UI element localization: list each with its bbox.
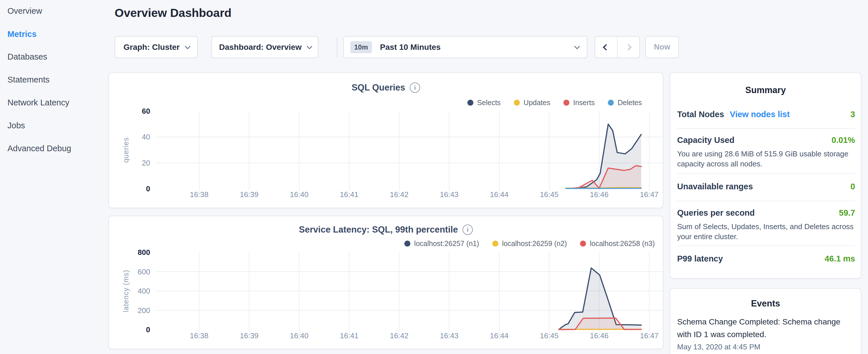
chart-title-row: SQL Queries i bbox=[108, 83, 663, 93]
now-button[interactable]: Now bbox=[645, 36, 679, 58]
event-timestamp: May 13, 2020 at 4:45 PM bbox=[677, 343, 761, 351]
summary-value: 0 bbox=[850, 182, 855, 191]
summary-panel: Summary Total Nodes View nodes list 3 Ca… bbox=[670, 72, 861, 279]
summary-row-unavailable-ranges: Unavailable ranges 0 bbox=[677, 182, 855, 191]
divider bbox=[677, 128, 855, 129]
svg-text:20: 20 bbox=[142, 159, 150, 167]
view-nodes-list-link[interactable]: View nodes list bbox=[730, 110, 790, 119]
info-icon[interactable]: i bbox=[410, 83, 420, 93]
divider bbox=[677, 246, 855, 246]
sidebar-item-databases[interactable]: Databases bbox=[7, 52, 47, 62]
svg-text:queries: queries bbox=[122, 137, 130, 163]
svg-text:16:45: 16:45 bbox=[540, 190, 559, 199]
svg-text:16:39: 16:39 bbox=[240, 331, 258, 340]
svg-text:600: 600 bbox=[138, 267, 150, 276]
time-range-selector[interactable]: 10m Past 10 Minutes bbox=[343, 36, 587, 58]
svg-text:60: 60 bbox=[142, 107, 150, 116]
dashboard-dropdown[interactable]: Dashboard: Overview bbox=[212, 36, 318, 58]
chart-title: Service Latency: SQL, 99th percentile bbox=[299, 225, 458, 235]
svg-text:16:47: 16:47 bbox=[640, 190, 658, 199]
svg-text:0: 0 bbox=[146, 325, 150, 334]
svg-text:latency (ms): latency (ms) bbox=[122, 270, 130, 312]
dashboard-dropdown-label: Dashboard: Overview bbox=[219, 43, 302, 52]
events-panel: Events Schema Change Completed: Schema c… bbox=[670, 288, 861, 354]
time-pager bbox=[595, 36, 640, 58]
svg-text:16:42: 16:42 bbox=[390, 331, 408, 340]
svg-text:16:44: 16:44 bbox=[490, 331, 508, 340]
chevron-down-icon bbox=[185, 43, 191, 49]
svg-text:16:46: 16:46 bbox=[590, 331, 608, 340]
svg-text:16:38: 16:38 bbox=[190, 190, 208, 199]
divider bbox=[677, 201, 855, 201]
summary-row-p99-latency: P99 latency 46.1 ms bbox=[677, 254, 855, 263]
summary-label: Total Nodes bbox=[677, 110, 724, 119]
svg-text:16:43: 16:43 bbox=[440, 331, 459, 340]
events-title: Events bbox=[670, 298, 861, 309]
sidebar-item-advanced-debug[interactable]: Advanced Debug bbox=[7, 144, 71, 153]
summary-value: 0.01% bbox=[832, 135, 855, 145]
svg-text:16:44: 16:44 bbox=[490, 190, 508, 199]
svg-text:16:46: 16:46 bbox=[590, 190, 608, 199]
svg-text:16:38: 16:38 bbox=[190, 331, 208, 340]
summary-value: 59.7 bbox=[839, 208, 855, 218]
summary-label: Queries per second bbox=[677, 208, 755, 218]
chart-title: SQL Queries bbox=[351, 83, 405, 93]
graph-dropdown[interactable]: Graph: Cluster bbox=[115, 36, 198, 58]
sidebar-item-metrics[interactable]: Metrics bbox=[7, 30, 37, 39]
summary-label: P99 latency bbox=[677, 254, 723, 263]
metrics-page: Overview Metrics Databases Statements Ne… bbox=[0, 0, 868, 354]
time-range-label: Past 10 Minutes bbox=[380, 43, 574, 52]
summary-value: 3 bbox=[850, 110, 855, 119]
toolbar-divider bbox=[337, 37, 337, 58]
graph-dropdown-label: Graph: Cluster bbox=[124, 43, 180, 52]
svg-text:16:41: 16:41 bbox=[340, 331, 359, 340]
svg-text:200: 200 bbox=[138, 306, 150, 315]
time-back-button[interactable] bbox=[595, 37, 618, 58]
summary-description: You are using 28.6 MiB of 515.9 GiB usab… bbox=[677, 149, 855, 169]
chevron-right-icon bbox=[625, 44, 632, 51]
summary-label: Capacity Used bbox=[677, 135, 735, 145]
svg-text:16:45: 16:45 bbox=[540, 331, 559, 340]
time-range-badge: 10m bbox=[350, 41, 372, 53]
chevron-down-icon bbox=[307, 43, 312, 49]
svg-text:16:40: 16:40 bbox=[290, 190, 308, 199]
summary-value: 46.1 ms bbox=[825, 254, 855, 263]
svg-text:800: 800 bbox=[138, 248, 150, 257]
svg-text:0: 0 bbox=[146, 185, 150, 193]
svg-text:16:39: 16:39 bbox=[240, 190, 258, 199]
summary-row-queries-per-second: Queries per second 59.7 Sum of Selects, … bbox=[677, 208, 855, 242]
summary-title: Summary bbox=[670, 85, 861, 95]
chart-title-row: Service Latency: SQL, 99th percentile i bbox=[108, 225, 663, 235]
svg-text:16:40: 16:40 bbox=[290, 331, 308, 340]
summary-label: Unavailable ranges bbox=[677, 182, 753, 191]
svg-text:16:41: 16:41 bbox=[340, 190, 359, 199]
service-latency-chart: 020040060080016:3816:3916:4016:4116:4216… bbox=[109, 238, 663, 344]
summary-description: Sum of Selects, Updates, Inserts, and De… bbox=[677, 222, 855, 242]
svg-text:400: 400 bbox=[138, 287, 150, 295]
chevron-down-icon bbox=[574, 43, 580, 49]
summary-row-capacity-used: Capacity Used 0.01% You are using 28.6 M… bbox=[677, 135, 855, 169]
svg-text:16:47: 16:47 bbox=[640, 331, 658, 340]
time-forward-button[interactable] bbox=[618, 37, 639, 58]
svg-text:16:43: 16:43 bbox=[440, 190, 459, 199]
divider bbox=[677, 173, 855, 174]
sidebar-item-statements[interactable]: Statements bbox=[7, 75, 50, 85]
sidebar-item-jobs[interactable]: Jobs bbox=[7, 121, 25, 130]
chevron-left-icon bbox=[603, 44, 610, 51]
sidebar-item-network-latency[interactable]: Network Latency bbox=[7, 98, 69, 107]
event-item: Schema Change Completed: Schema change w… bbox=[677, 316, 852, 341]
sidebar-item-overview[interactable]: Overview bbox=[7, 6, 42, 16]
page-title: Overview Dashboard bbox=[115, 6, 231, 20]
svg-text:16:42: 16:42 bbox=[390, 190, 408, 199]
summary-row-total-nodes: Total Nodes View nodes list 3 bbox=[677, 110, 855, 119]
svg-text:40: 40 bbox=[142, 133, 150, 141]
sql-queries-chart: 020406016:3816:3916:4016:4116:4216:4316:… bbox=[109, 97, 663, 203]
info-icon[interactable]: i bbox=[463, 225, 473, 235]
